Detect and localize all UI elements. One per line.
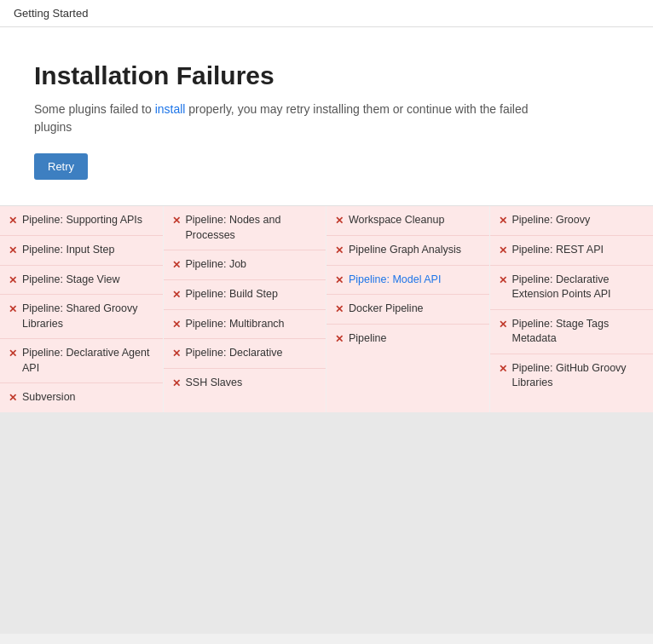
error-icon: ✕ [335,302,344,317]
list-item: ✕Pipeline: Multibranch [164,310,326,340]
list-item: ✕Pipeline Graph Analysis [326,236,489,266]
plugin-name: Pipeline: Job [186,257,247,273]
error-icon: ✕ [499,362,507,377]
plugin-name: Pipeline: Declarative Extension Points A… [512,273,645,302]
list-item: ✕Pipeline: Job [164,250,326,280]
plugin-name: Pipeline: Nodes and Processes [186,213,318,243]
plugin-name[interactable]: Pipeline: Model API [349,273,441,288]
list-item: ✕Pipeline: REST API [490,236,654,266]
error-icon: ✕ [172,258,181,273]
list-item: ✕Workspace Cleanup [326,206,489,236]
plugin-name: Pipeline [349,331,386,347]
error-icon: ✕ [499,214,507,228]
plugin-name: Pipeline: Input Step [22,243,114,258]
plugins-grid: ✕Pipeline: Supporting APIs✕Pipeline: Inp… [0,206,653,412]
plugin-name: Pipeline: Build Step [186,287,278,302]
page-heading: Installation Failures [34,61,619,90]
top-bar: Getting Started [0,0,653,27]
plugin-name: Pipeline: REST API [512,243,604,258]
plugin-name: Pipeline: Stage View [22,273,119,288]
plugin-column-3: ✕Pipeline: Groovy✕Pipeline: REST API✕Pip… [490,206,654,412]
plugin-name: Workspace Cleanup [349,213,444,228]
list-item: ✕Pipeline: GitHub Groovy Libraries [490,354,654,398]
list-item: ✕Pipeline [326,325,489,354]
main-content: Installation Failures Some plugins faile… [0,27,653,206]
list-item: ✕Pipeline: Stage View [0,266,163,296]
plugin-name: Pipeline: Multibranch [186,317,285,332]
list-item: ✕Pipeline: Supporting APIs [0,206,163,236]
list-item: ✕Pipeline: Input Step [0,236,163,266]
list-item: ✕Pipeline: Build Step [164,280,326,310]
error-icon: ✕ [9,302,17,317]
plugin-column-0: ✕Pipeline: Supporting APIs✕Pipeline: Inp… [0,206,164,412]
description-text: Some plugins failed to install properly,… [34,101,563,136]
list-item: ✕Pipeline: Nodes and Processes [164,206,326,250]
plugin-name: Pipeline: Declarative [186,346,283,361]
error-icon: ✕ [335,214,344,228]
error-icon: ✕ [499,273,507,288]
plugin-name: Pipeline: GitHub Groovy Libraries [512,361,645,391]
error-icon: ✕ [9,214,17,228]
list-item: ✕Pipeline: Declarative [164,339,326,369]
plugin-name: Pipeline Graph Analysis [349,243,461,258]
error-icon: ✕ [499,244,507,258]
error-icon: ✕ [172,288,181,302]
list-item: ✕Pipeline: Groovy [490,206,654,236]
error-icon: ✕ [335,332,344,347]
plugin-name: Pipeline: Stage Tags Metadata [512,317,645,347]
plugin-name: Pipeline: Groovy [512,213,591,228]
plugin-name: Subversion [22,390,76,405]
list-item: ✕Pipeline: Declarative Agent API [0,339,163,383]
retry-button[interactable]: Retry [34,153,88,180]
list-item: ✕Pipeline: Declarative Extension Points … [490,266,654,310]
error-icon: ✕ [499,318,507,332]
error-icon: ✕ [172,377,181,391]
error-icon: ✕ [172,318,181,332]
plugin-name: Pipeline: Supporting APIs [22,213,142,228]
error-icon: ✕ [172,347,181,361]
plugin-name: Pipeline: Shared Groovy Libraries [22,302,154,331]
list-item: ✕Pipeline: Stage Tags Metadata [490,310,654,354]
list-item: ✕Pipeline: Shared Groovy Libraries [0,295,163,339]
install-link[interactable]: install [155,102,186,116]
error-icon: ✕ [335,244,344,258]
error-icon: ✕ [9,273,17,288]
plugin-column-1: ✕Pipeline: Nodes and Processes✕Pipeline:… [164,206,327,412]
plugin-name: Docker Pipeline [349,302,424,317]
list-item: ✕SSH Slaves [164,369,326,398]
error-icon: ✕ [335,273,344,288]
plugin-column-2: ✕Workspace Cleanup✕Pipeline Graph Analys… [326,206,490,412]
error-icon: ✕ [172,214,181,228]
top-bar-title: Getting Started [14,7,88,20]
error-icon: ✕ [9,347,17,361]
list-item: ✕Subversion [0,383,163,412]
plugin-name: Pipeline: Declarative Agent API [22,346,154,376]
bottom-area [0,412,653,634]
error-icon: ✕ [9,391,17,405]
error-icon: ✕ [9,244,17,258]
plugin-name: SSH Slaves [186,376,243,391]
list-item: ✕Pipeline: Model API [326,266,489,296]
list-item: ✕Docker Pipeline [326,295,489,325]
